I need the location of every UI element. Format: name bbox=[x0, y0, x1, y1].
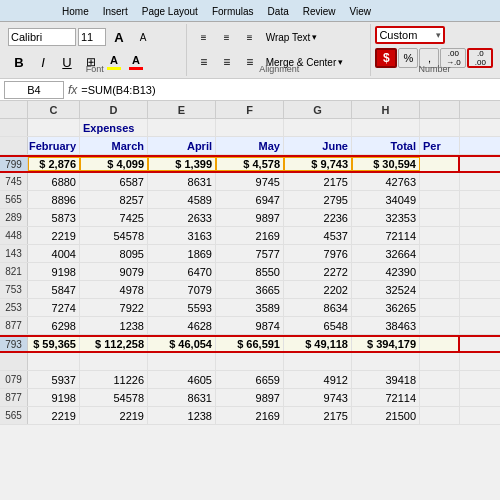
cell[interactable]: 36265 bbox=[352, 299, 420, 316]
cell[interactable]: 9743 bbox=[284, 389, 352, 406]
cell[interactable]: 8634 bbox=[284, 299, 352, 316]
cell[interactable]: 6587 bbox=[80, 173, 148, 190]
align-top-right-button[interactable]: ≡ bbox=[239, 26, 261, 48]
cell[interactable]: 9198 bbox=[28, 389, 80, 406]
cell[interactable]: 9874 bbox=[216, 317, 284, 334]
font-size-input[interactable]: 11 bbox=[78, 28, 106, 46]
cell[interactable]: 3163 bbox=[148, 227, 216, 244]
cell[interactable]: 7976 bbox=[284, 245, 352, 262]
cell[interactable]: 6548 bbox=[284, 317, 352, 334]
cell-total-g[interactable]: $ 394,179 bbox=[352, 337, 420, 351]
cell[interactable]: 7922 bbox=[80, 299, 148, 316]
cell[interactable]: 7274 bbox=[28, 299, 80, 316]
cell-total-b[interactable]: $ 59,365 bbox=[28, 337, 80, 351]
cell[interactable]: 8631 bbox=[148, 389, 216, 406]
cell[interactable]: 54578 bbox=[80, 227, 148, 244]
cell[interactable]: 4605 bbox=[148, 371, 216, 388]
cell[interactable]: 7577 bbox=[216, 245, 284, 262]
cell[interactable]: 72114 bbox=[352, 227, 420, 244]
cell-d-expenses[interactable]: Expenses bbox=[80, 119, 148, 136]
cell-per[interactable]: Per bbox=[420, 137, 460, 154]
cell[interactable]: 34049 bbox=[352, 191, 420, 208]
cell[interactable]: 32664 bbox=[352, 245, 420, 262]
cell-i-sum[interactable]: $ 30,594 bbox=[352, 157, 420, 171]
cell[interactable]: 39418 bbox=[352, 371, 420, 388]
cell[interactable]: 54578 bbox=[80, 389, 148, 406]
cell-h-sum[interactable]: $ 9,743 bbox=[284, 157, 352, 171]
cell-f-sum[interactable]: $ 1,399 bbox=[148, 157, 216, 171]
tab-data[interactable]: Data bbox=[261, 1, 296, 21]
cell-total[interactable]: Total bbox=[352, 137, 420, 154]
cell[interactable]: 3589 bbox=[216, 299, 284, 316]
col-header-d[interactable]: D bbox=[80, 101, 148, 118]
cell[interactable]: 7425 bbox=[80, 209, 148, 226]
cell[interactable]: 32524 bbox=[352, 281, 420, 298]
cell[interactable]: 5937 bbox=[28, 371, 80, 388]
cell-june[interactable]: June bbox=[284, 137, 352, 154]
cell[interactable]: 2202 bbox=[284, 281, 352, 298]
cell[interactable]: 5873 bbox=[28, 209, 80, 226]
cell[interactable]: 1238 bbox=[80, 317, 148, 334]
tab-formulas[interactable]: Formulas bbox=[205, 1, 261, 21]
align-top-center-button[interactable]: ≡ bbox=[216, 26, 238, 48]
cell[interactable]: 4004 bbox=[28, 245, 80, 262]
align-top-left-button[interactable]: ≡ bbox=[193, 26, 215, 48]
cell[interactable]: 2633 bbox=[148, 209, 216, 226]
cell-c-label[interactable] bbox=[28, 119, 80, 136]
cell[interactable]: 38463 bbox=[352, 317, 420, 334]
cell[interactable]: 6470 bbox=[148, 263, 216, 280]
tab-insert[interactable]: Insert bbox=[96, 1, 135, 21]
cell[interactable]: 1238 bbox=[148, 407, 216, 424]
cell[interactable]: 42390 bbox=[352, 263, 420, 280]
cell[interactable]: 9745 bbox=[216, 173, 284, 190]
cell[interactable]: 5847 bbox=[28, 281, 80, 298]
cell[interactable]: 9079 bbox=[80, 263, 148, 280]
cell[interactable]: 6659 bbox=[216, 371, 284, 388]
cell[interactable]: 3665 bbox=[216, 281, 284, 298]
cell[interactable]: 9897 bbox=[216, 389, 284, 406]
cell[interactable]: 2795 bbox=[284, 191, 352, 208]
cell[interactable]: 6947 bbox=[216, 191, 284, 208]
cell[interactable]: 4978 bbox=[80, 281, 148, 298]
tab-pagelayout[interactable]: Page Layout bbox=[135, 1, 205, 21]
cell[interactable]: 5593 bbox=[148, 299, 216, 316]
cell[interactable]: 2219 bbox=[80, 407, 148, 424]
cell[interactable]: 42763 bbox=[352, 173, 420, 190]
cell[interactable]: 1869 bbox=[148, 245, 216, 262]
font-size-increase-button[interactable]: A bbox=[108, 26, 130, 48]
cell[interactable]: 4537 bbox=[284, 227, 352, 244]
cell-total-c[interactable]: $ 112,258 bbox=[80, 337, 148, 351]
cell[interactable]: 4589 bbox=[148, 191, 216, 208]
cell-april[interactable]: April bbox=[148, 137, 216, 154]
col-header-c[interactable]: C bbox=[28, 101, 80, 118]
cell-march[interactable]: March bbox=[80, 137, 148, 154]
col-header-i[interactable] bbox=[420, 101, 460, 118]
cell[interactable]: 32353 bbox=[352, 209, 420, 226]
number-format-dropdown[interactable]: Custom ▾ bbox=[375, 26, 445, 44]
cell-total-f[interactable]: $ 49,118 bbox=[284, 337, 352, 351]
tab-home[interactable]: Home bbox=[55, 1, 96, 21]
cell[interactable]: 2236 bbox=[284, 209, 352, 226]
cell[interactable]: 2175 bbox=[284, 173, 352, 190]
col-header-h[interactable]: H bbox=[352, 101, 420, 118]
cell[interactable]: 2169 bbox=[216, 227, 284, 244]
cell[interactable]: 4912 bbox=[284, 371, 352, 388]
cell-may[interactable]: May bbox=[216, 137, 284, 154]
cell[interactable]: 9897 bbox=[216, 209, 284, 226]
font-size-decrease-button[interactable]: A bbox=[132, 26, 154, 48]
cell[interactable]: 8257 bbox=[80, 191, 148, 208]
cell[interactable]: 2175 bbox=[284, 407, 352, 424]
cell-e-sum[interactable]: $ 4,099 bbox=[80, 157, 148, 171]
cell[interactable]: 8095 bbox=[80, 245, 148, 262]
cell[interactable]: 72114 bbox=[352, 389, 420, 406]
cell-d-sum[interactable]: $ 2,876 bbox=[28, 157, 80, 171]
cell[interactable]: 4628 bbox=[148, 317, 216, 334]
cell[interactable]: 2169 bbox=[216, 407, 284, 424]
cell[interactable]: 6880 bbox=[28, 173, 80, 190]
cell-g-sum[interactable]: $ 4,578 bbox=[216, 157, 284, 171]
cell[interactable]: 8631 bbox=[148, 173, 216, 190]
cell[interactable]: 9198 bbox=[28, 263, 80, 280]
cell[interactable]: 2219 bbox=[28, 407, 80, 424]
cell-total-d[interactable]: $ 46,054 bbox=[148, 337, 216, 351]
col-header-f[interactable]: F bbox=[216, 101, 284, 118]
